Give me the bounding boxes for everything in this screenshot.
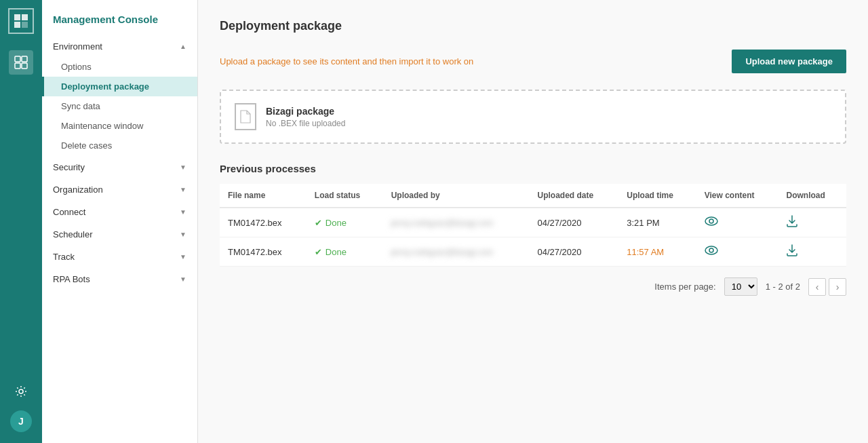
- svg-rect-2: [14, 22, 20, 28]
- cell-view-1[interactable]: [696, 208, 778, 237]
- cell-date-1: 04/27/2020: [529, 208, 618, 237]
- sidebar-item-sync-data[interactable]: Sync data: [42, 96, 197, 116]
- cell-time-1: 3:21 PM: [618, 208, 696, 237]
- svg-rect-7: [22, 63, 27, 69]
- cell-file-name-1: TM01472.bex: [220, 208, 307, 237]
- package-info: Bizagi package No .BEX file uploaded: [266, 106, 345, 128]
- user-avatar-icon[interactable]: J: [10, 410, 32, 432]
- sidebar-section-scheduler: Scheduler ▼: [42, 224, 197, 245]
- svg-rect-0: [14, 14, 20, 20]
- chevron-down-icon-connect: ▼: [180, 208, 186, 216]
- pagination-next-button[interactable]: ›: [829, 278, 846, 296]
- sidebar-section-header-connect[interactable]: Connect ▼: [42, 201, 197, 223]
- sidebar-section-track: Track ▼: [42, 246, 197, 267]
- sidebar-section-header-environment[interactable]: Environment ▲: [42, 36, 197, 57]
- sidebar-section-header-track[interactable]: Track ▼: [42, 246, 197, 267]
- col-uploaded-date: Uploaded date: [529, 184, 618, 208]
- col-view-content: View content: [696, 184, 778, 208]
- pagination-range: 1 - 2 of 2: [766, 282, 800, 292]
- cell-view-2[interactable]: [696, 237, 778, 267]
- sidebar-item-options[interactable]: Options: [42, 57, 197, 77]
- view-content-icon-1[interactable]: [705, 216, 718, 228]
- upload-new-package-button[interactable]: Upload new package: [732, 50, 846, 73]
- sidebar-section-rpa-bots: RPA Bots ▼: [42, 269, 197, 290]
- svg-point-11: [705, 246, 717, 254]
- sidebar-section-security: Security ▼: [42, 157, 197, 178]
- download-icon-2[interactable]: [787, 247, 797, 258]
- table-row: TM01472.bex ✔ Done jenny.rodriguez@bizag…: [220, 237, 846, 267]
- previous-processes-title: Previous processes: [220, 163, 846, 174]
- app-logo[interactable]: [8, 8, 34, 34]
- chevron-down-icon-org: ▼: [180, 186, 186, 193]
- sidebar-item-deployment-package[interactable]: Deployment package: [42, 77, 197, 96]
- col-upload-time: Upload time: [618, 184, 696, 208]
- svg-rect-5: [22, 56, 27, 62]
- sidebar: Management Console Environment ▲ Options…: [42, 0, 198, 443]
- sidebar-title: Management Console: [42, 0, 197, 36]
- cell-download-2[interactable]: [778, 237, 846, 267]
- sidebar-item-delete-cases[interactable]: Delete cases: [42, 136, 197, 155]
- sidebar-section-header-rpa-bots[interactable]: RPA Bots ▼: [42, 269, 197, 290]
- sidebar-section-header-security[interactable]: Security ▼: [42, 157, 197, 178]
- check-icon-1: ✔: [315, 218, 322, 228]
- chevron-down-icon-track: ▼: [180, 253, 186, 261]
- svg-rect-3: [22, 22, 28, 28]
- cell-status-1: ✔ Done: [307, 208, 383, 237]
- chevron-down-icon-scheduler: ▼: [180, 231, 186, 238]
- sidebar-section-environment: Environment ▲ Options Deployment package…: [42, 36, 197, 155]
- cell-date-2: 04/27/2020: [529, 237, 618, 267]
- cell-download-1[interactable]: [778, 208, 846, 237]
- col-uploaded-by: Uploaded by: [383, 184, 530, 208]
- cell-time-2: 11:57 AM: [618, 237, 696, 267]
- svg-point-8: [19, 389, 23, 393]
- items-per-page-label: Items per page:: [654, 282, 715, 292]
- chevron-down-icon: ▼: [180, 163, 186, 171]
- svg-point-12: [709, 248, 713, 252]
- main-content: Deployment package Upload a package to s…: [198, 0, 868, 443]
- col-file-name: File name: [220, 184, 307, 208]
- settings-icon[interactable]: [9, 379, 33, 404]
- download-icon-1[interactable]: [787, 218, 797, 229]
- table-header-row: File name Load status Uploaded by Upload…: [220, 184, 846, 208]
- rail-bottom-icons: J: [9, 379, 33, 443]
- package-name: Bizagi package: [266, 106, 345, 117]
- sidebar-section-organization: Organization ▼: [42, 179, 197, 200]
- file-icon: [235, 103, 256, 130]
- package-box: Bizagi package No .BEX file uploaded: [220, 90, 846, 144]
- upload-banner-text: Upload a package to see its content and …: [220, 56, 473, 66]
- processes-table: File name Load status Uploaded by Upload…: [220, 184, 846, 267]
- cell-uploaded-by-1: jenny.rodriguez@bizagi.com: [383, 208, 530, 237]
- icon-rail: J: [0, 0, 42, 443]
- page-title: Deployment package: [220, 19, 846, 33]
- cell-file-name-2: TM01472.bex: [220, 237, 307, 267]
- col-download: Download: [778, 184, 846, 208]
- pagination-prev-button[interactable]: ‹: [808, 278, 826, 296]
- sidebar-section-header-scheduler[interactable]: Scheduler ▼: [42, 224, 197, 245]
- svg-rect-4: [15, 56, 20, 62]
- items-per-page-select[interactable]: 10 25 50: [724, 277, 757, 296]
- table-row: TM01472.bex ✔ Done jenny.rodriguez@bizag…: [220, 208, 846, 237]
- chevron-down-icon-rpa: ▼: [180, 275, 186, 283]
- pagination-row: Items per page: 10 25 50 1 - 2 of 2 ‹ ›: [220, 277, 846, 296]
- check-icon-2: ✔: [315, 247, 322, 257]
- upload-banner: Upload a package to see its content and …: [220, 50, 846, 73]
- svg-point-10: [709, 219, 713, 223]
- cell-uploaded-by-2: jenny.rodriguez@bizagi.com: [383, 237, 530, 267]
- svg-point-9: [705, 217, 717, 225]
- svg-rect-6: [15, 63, 20, 69]
- svg-rect-1: [22, 14, 28, 20]
- view-content-icon-2[interactable]: [705, 246, 718, 257]
- package-subtitle: No .BEX file uploaded: [266, 119, 345, 128]
- sidebar-item-maintenance-window[interactable]: Maintenance window: [42, 116, 197, 136]
- sidebar-section-connect: Connect ▼: [42, 201, 197, 223]
- chevron-up-icon: ▲: [180, 43, 186, 50]
- sidebar-section-header-organization[interactable]: Organization ▼: [42, 179, 197, 200]
- col-load-status: Load status: [307, 184, 383, 208]
- dashboard-icon[interactable]: [9, 50, 33, 75]
- cell-status-2: ✔ Done: [307, 237, 383, 267]
- pagination-nav: ‹ ›: [808, 278, 846, 296]
